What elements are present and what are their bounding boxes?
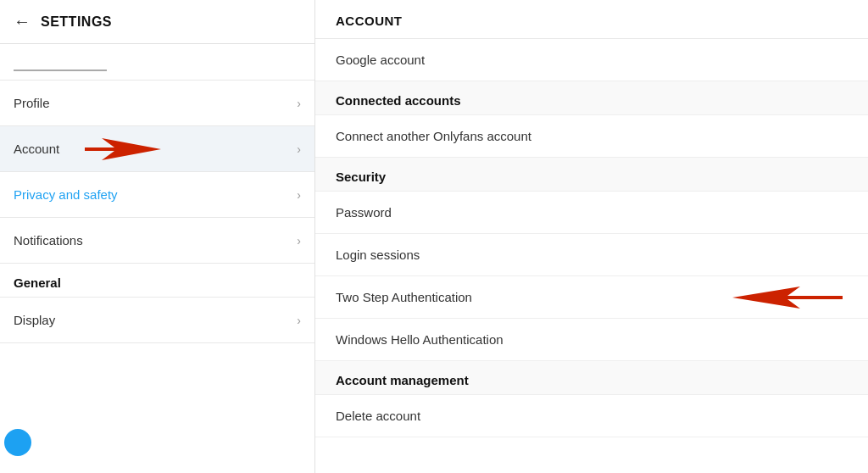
sidebar-title: SETTINGS (41, 14, 112, 30)
security-header: Security (315, 158, 868, 192)
account-label: Account (14, 142, 59, 156)
general-section-header: General (0, 264, 314, 298)
sidebar-item-display[interactable]: Display › (0, 298, 314, 343)
chevron-icon: › (297, 234, 301, 248)
google-account-row[interactable]: Google account (315, 39, 868, 81)
search-bar-mock[interactable] (14, 53, 107, 71)
password-label: Password (336, 205, 392, 220)
account-arrow (85, 136, 161, 162)
svg-marker-1 (732, 287, 843, 309)
google-account-label: Google account (336, 53, 425, 67)
account-section-title: ACCOUNT (315, 0, 868, 39)
delete-account-label: Delete account (336, 409, 420, 423)
sidebar-item-notifications[interactable]: Notifications › (0, 218, 314, 264)
account-management-header: Account management (315, 361, 868, 395)
sidebar-header: ← SETTINGS (0, 0, 314, 44)
back-icon[interactable]: ← (14, 12, 31, 31)
windows-hello-label: Windows Hello Authentication (336, 332, 504, 347)
svg-marker-0 (85, 138, 161, 160)
login-sessions-label: Login sessions (336, 248, 420, 262)
sidebar-item-account[interactable]: Account › (0, 126, 314, 172)
two-step-auth-arrow (732, 285, 843, 310)
sidebar: ← SETTINGS Profile › Account › Privacy a… (0, 0, 315, 473)
delete-account-row[interactable]: Delete account (315, 395, 868, 437)
connect-onlyfans-row[interactable]: Connect another Onlyfans account (315, 115, 868, 158)
connected-accounts-header: Connected accounts (315, 81, 868, 115)
windows-hello-row[interactable]: Windows Hello Authentication (315, 319, 868, 361)
search-bar-area (0, 44, 314, 81)
sidebar-item-privacy[interactable]: Privacy and safety › (0, 172, 314, 218)
main-content: ACCOUNT Google account Connected account… (315, 0, 868, 473)
display-label: Display (14, 313, 55, 327)
password-row[interactable]: Password (315, 192, 868, 234)
chevron-icon: › (297, 314, 301, 327)
connect-onlyfans-label: Connect another Onlyfans account (336, 129, 531, 143)
profile-label: Profile (14, 96, 50, 110)
notifications-label: Notifications (14, 233, 83, 248)
sidebar-item-profile[interactable]: Profile › (0, 81, 314, 126)
chevron-icon: › (297, 97, 301, 110)
chevron-icon: › (297, 142, 301, 156)
bottom-circle-button[interactable] (4, 429, 31, 456)
privacy-label: Privacy and safety (14, 187, 118, 202)
login-sessions-row[interactable]: Login sessions (315, 234, 868, 276)
chevron-icon: › (297, 188, 301, 202)
two-step-auth-label: Two Step Authentication (336, 290, 472, 304)
two-step-auth-row[interactable]: Two Step Authentication (315, 276, 868, 319)
